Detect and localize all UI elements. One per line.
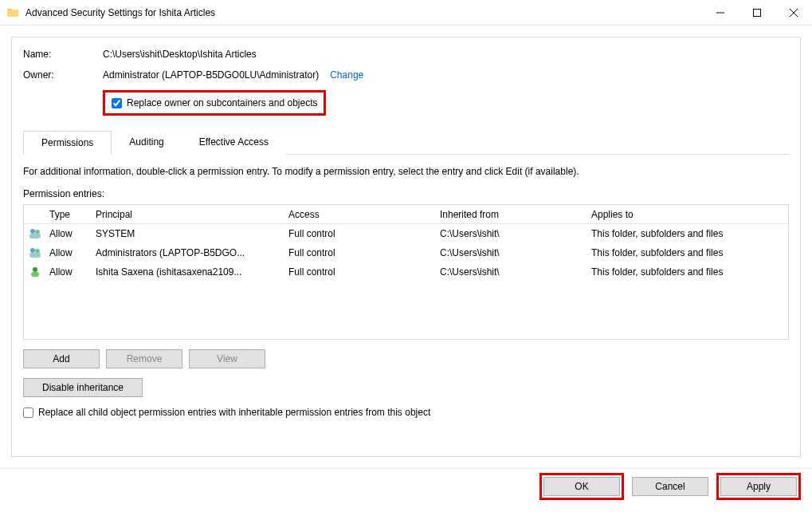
apply-button[interactable]: Apply	[720, 477, 797, 496]
cell-principal: SYSTEM	[96, 228, 288, 239]
table-row[interactable]: Allow SYSTEM Full control C:\Users\ishit…	[24, 224, 788, 243]
cell-applies: This folder, subfolders and files	[591, 247, 783, 258]
tab-auditing[interactable]: Auditing	[112, 131, 181, 155]
highlight-apply: Apply	[716, 473, 801, 500]
name-value: C:\Users\ishit\Desktop\Ishita Articles	[103, 49, 257, 60]
replace-owner-checkbox[interactable]	[112, 98, 122, 108]
cell-applies: This folder, subfolders and files	[591, 228, 783, 239]
folder-icon	[6, 6, 19, 19]
permission-entries-table[interactable]: Type Principal Access Inherited from App…	[23, 204, 789, 340]
titlebar: Advanced Security Settings for Ishita Ar…	[0, 0, 812, 26]
group-icon	[29, 227, 41, 240]
group-icon	[29, 246, 41, 259]
cell-inherited: C:\Users\ishit\	[440, 247, 591, 258]
table-header: Type Principal Access Inherited from App…	[24, 205, 788, 224]
svg-rect-3	[29, 234, 41, 238]
owner-label: Owner:	[23, 69, 103, 81]
cell-type: Allow	[49, 228, 96, 239]
window-title: Advanced Security Settings for Ishita Ar…	[25, 7, 702, 18]
table-row[interactable]: Allow Administrators (LAPTOP-B5DGO... Fu…	[24, 243, 788, 262]
minimize-button[interactable]	[702, 0, 739, 26]
close-button[interactable]	[775, 0, 812, 26]
replace-child-checkbox-row[interactable]: Replace all child object permission entr…	[23, 407, 789, 418]
name-label: Name:	[23, 49, 103, 60]
cell-type: Allow	[49, 247, 96, 258]
col-type[interactable]: Type	[49, 209, 96, 220]
cell-access: Full control	[288, 247, 440, 258]
add-button[interactable]: Add	[23, 349, 100, 368]
svg-point-1	[30, 229, 35, 234]
svg-rect-6	[29, 253, 41, 258]
maximize-button[interactable]	[739, 0, 775, 26]
owner-row: Owner: Administrator (LAPTOP-B5DGO0LU\Ad…	[23, 69, 789, 81]
ok-button[interactable]: OK	[543, 477, 620, 496]
svg-rect-8	[31, 272, 39, 277]
cancel-button[interactable]: Cancel	[632, 477, 708, 496]
tab-effective-access[interactable]: Effective Access	[182, 131, 286, 155]
col-inherited[interactable]: Inherited from	[440, 209, 591, 220]
cell-inherited: C:\Users\ishit\	[440, 266, 591, 278]
owner-value: Administrator (LAPTOP-B5DGO0LU\Administr…	[103, 69, 319, 81]
table-row[interactable]: Allow Ishita Saxena (ishitasaxena2109...…	[24, 262, 788, 282]
user-icon	[29, 266, 41, 278]
replace-child-checkbox[interactable]	[23, 408, 33, 418]
cell-inherited: C:\Users\ishit\	[440, 228, 591, 239]
window-controls	[702, 0, 812, 26]
col-applies[interactable]: Applies to	[591, 209, 783, 220]
change-owner-link[interactable]: Change	[330, 69, 363, 81]
cell-principal: Ishita Saxena (ishitasaxena2109...	[96, 266, 288, 278]
svg-point-7	[33, 267, 37, 272]
entry-action-row: Add Remove View	[23, 349, 789, 368]
name-row: Name: C:\Users\ishit\Desktop\Ishita Arti…	[23, 49, 789, 60]
dialog-footer: OK Cancel Apply	[0, 468, 812, 503]
col-principal[interactable]: Principal	[96, 209, 288, 220]
info-text: For additional information, double-click…	[23, 166, 789, 177]
cell-type: Allow	[49, 266, 96, 278]
svg-point-4	[30, 248, 35, 253]
content-area: Name: C:\Users\ishit\Desktop\Ishita Arti…	[0, 26, 812, 468]
inheritance-row: Disable inheritance	[23, 378, 789, 397]
cell-access: Full control	[288, 228, 440, 239]
svg-rect-0	[754, 9, 761, 16]
replace-owner-checkbox-row[interactable]: Replace owner on subcontainers and objec…	[107, 94, 322, 112]
permission-entries-label: Permission entries:	[23, 188, 789, 199]
cell-applies: This folder, subfolders and files	[591, 266, 783, 278]
disable-inheritance-button[interactable]: Disable inheritance	[23, 378, 143, 397]
highlight-ok: OK	[539, 473, 624, 500]
replace-owner-label: Replace owner on subcontainers and objec…	[127, 97, 317, 108]
col-access[interactable]: Access	[288, 209, 440, 220]
cell-principal: Administrators (LAPTOP-B5DGO...	[96, 247, 288, 258]
view-button[interactable]: View	[189, 349, 265, 368]
remove-button[interactable]: Remove	[106, 349, 182, 368]
tab-permissions[interactable]: Permissions	[23, 131, 112, 155]
tabs: Permissions Auditing Effective Access	[23, 130, 789, 155]
replace-child-label: Replace all child object permission entr…	[38, 407, 430, 418]
cell-access: Full control	[288, 266, 440, 278]
highlight-replace-owner: Replace owner on subcontainers and objec…	[103, 90, 326, 116]
page-panel: Name: C:\Users\ishit\Desktop\Ishita Arti…	[11, 37, 801, 457]
